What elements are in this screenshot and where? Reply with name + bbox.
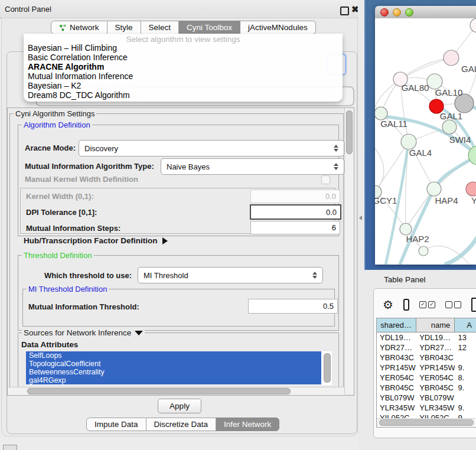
sources-toggle[interactable]: Sources for Network Inference — [22, 328, 145, 337]
apply-button[interactable]: Apply — [158, 399, 201, 413]
node-label-hap4: HAP4 — [435, 195, 458, 206]
table-horizontal-scrollbar-thumb[interactable] — [379, 419, 474, 426]
table-cell: YDL19… — [416, 332, 455, 343]
tab-network[interactable]: Network — [51, 21, 107, 34]
node-label-y: Y — [471, 195, 476, 206]
column-header[interactable]: A — [455, 318, 476, 332]
mi-type-combo[interactable]: Naive Bayes — [161, 158, 344, 175]
attribute-item-selected[interactable]: BetweennessCentrality — [26, 368, 321, 376]
table-row[interactable]: YLR345WYLR345W9. — [377, 403, 476, 413]
mi-steps-field[interactable]: 6 — [250, 221, 340, 234]
node-hap4[interactable] — [427, 182, 441, 196]
table-cell: YDL19… — [377, 332, 416, 343]
node-table[interactable]: shared…nameA YDL19…YDL19…13YDR27…YDR27…1… — [376, 318, 476, 428]
which-threshold-combo[interactable]: MI Threshold — [138, 267, 323, 283]
divider-collapse-icon[interactable] — [359, 216, 362, 220]
tab-discretize-data[interactable]: Discretize Data — [146, 418, 217, 431]
table-row[interactable]: YBR043CYBR043C — [377, 353, 476, 363]
table-row[interactable]: YDL19…YDL19…13 — [377, 332, 476, 343]
dropdown-item[interactable]: Mutual Information Inference — [27, 71, 340, 81]
table-row[interactable]: YER054CYER054C8. — [377, 373, 476, 383]
tab-infer-network[interactable]: Infer Network — [216, 418, 279, 431]
column-header[interactable]: name — [416, 318, 455, 332]
attribute-item-selected[interactable]: gal4RGexp — [26, 376, 321, 384]
node-gal-top[interactable] — [444, 50, 459, 66]
network-canvas[interactable]: GALGAL80GAL10GAL1GAL11SWI4GAL4GCY1HAP4YH… — [375, 18, 476, 265]
select-all-checks-icon[interactable]: ✓✓ — [419, 301, 435, 308]
attribute-item-selected[interactable]: SelfLoops — [26, 351, 321, 360]
table-cell: 8. — [455, 373, 476, 383]
network-window-titlebar[interactable] — [375, 6, 476, 19]
columns-icon[interactable] — [403, 299, 409, 311]
node-top-partial[interactable] — [470, 18, 476, 32]
dropdown-item[interactable]: Bayesian – Hill Climbing — [27, 43, 340, 53]
dropdown-item[interactable]: Bayesian – K2 — [27, 81, 340, 90]
mi-type-label: Mutual Information Algorithm Type: — [25, 162, 154, 171]
table-body: YDL19…YDL19…13YDR27…YDR27…12YBR043CYBR04… — [377, 332, 476, 423]
table-cell: YPR145W — [416, 363, 455, 373]
minimize-traffic-icon[interactable] — [393, 8, 401, 17]
node-bottom-partial[interactable] — [419, 246, 428, 256]
table-row[interactable]: YPR145WYPR145W9. — [377, 363, 476, 373]
settings-vertical-scrollbar-thumb[interactable] — [346, 110, 353, 154]
table-cell: YLR345W — [377, 403, 416, 413]
dropdown-prompt: Select algorithm to view settings — [24, 35, 343, 44]
table-cell: YER054C — [416, 373, 455, 383]
table-cell: YBR045C — [377, 383, 416, 393]
tab-label: Impute Data — [94, 420, 138, 429]
table-row[interactable]: YBL079WYBL079W — [377, 393, 476, 403]
tab-cyni-toolbox[interactable]: Cyni Toolbox — [179, 21, 240, 34]
tab-jactivemnodules[interactable]: jActiveMNodules — [240, 21, 316, 34]
tab-style[interactable]: Style — [107, 21, 141, 34]
mi-type-value: Naive Bayes — [167, 162, 210, 171]
mi-threshold-field[interactable]: 0.5 — [248, 299, 338, 314]
collapsed-arrow-icon — [162, 237, 168, 244]
aracne-mode-value: Discovery — [84, 144, 118, 153]
dpi-tolerance-field[interactable]: 0.0 — [250, 204, 341, 220]
close-traffic-icon[interactable] — [380, 8, 389, 17]
column-header[interactable]: shared… — [377, 318, 416, 332]
tab-label: Cyni Toolbox — [187, 23, 232, 32]
deselect-all-checks-icon[interactable] — [445, 301, 461, 308]
which-threshold-value: MI Threshold — [144, 271, 188, 280]
tab-label: Select — [149, 23, 171, 32]
network-tab-icon — [59, 24, 67, 31]
manual-kernel-checkbox[interactable] — [321, 175, 330, 184]
node-pink-right[interactable] — [466, 182, 476, 196]
data-attributes-list[interactable]: SelfLoopsTopologicalCoefficientBetweenne… — [26, 351, 332, 385]
gear-icon[interactable]: ⚙ — [383, 299, 393, 311]
aracne-mode-label: Aracne Mode: — [25, 144, 76, 152]
table-cell: YLR345W — [416, 403, 455, 413]
dropdown-item[interactable]: ARACNE Algorithm — [27, 62, 340, 71]
zoom-traffic-icon[interactable] — [405, 8, 413, 17]
table-toolbar: ⚙ ✓✓ — [376, 295, 476, 314]
panel-divider[interactable] — [358, 0, 364, 450]
dropdown-item[interactable]: Basic Correlation Inference — [27, 53, 340, 62]
document-icon[interactable] — [471, 298, 476, 312]
control-panel-titlebar: Control Panel ✖ — [0, 0, 358, 18]
table-row[interactable]: YDR27…YDR27…12 — [377, 343, 476, 353]
attribute-item-selected[interactable]: TopologicalCoefficient — [26, 360, 321, 368]
group-title: MI Threshold Definition — [27, 285, 109, 294]
kernel-width-field[interactable]: 0.0 — [250, 190, 340, 203]
node-hap2[interactable] — [400, 223, 412, 235]
dropdown-item[interactable]: Dream8 DC_TDC Algorithm — [27, 90, 340, 100]
attribute-list-scrollbar[interactable] — [324, 353, 331, 383]
table-cell: YER054C — [377, 373, 416, 383]
dock-button-fragment[interactable] — [3, 445, 17, 450]
manual-kernel-label: Manual Kernel Width Definition — [25, 175, 138, 184]
aracne-mode-combo[interactable]: Discovery — [79, 140, 344, 156]
dpi-tolerance-label: DPI Tolerance [0,1]: — [26, 208, 97, 217]
table-cell: YBL079W — [377, 393, 416, 403]
tab-impute-data[interactable]: Impute Data — [86, 418, 146, 431]
table-row[interactable]: YBR045CYBR045C9. — [377, 383, 476, 393]
tab-select[interactable]: Select — [141, 21, 180, 34]
table-cell: YBR043C — [377, 353, 416, 363]
hub-definition-toggle[interactable]: Hub/Transcription Factor Definition — [24, 236, 168, 245]
node-gal11[interactable] — [375, 107, 387, 120]
float-window-icon[interactable] — [340, 6, 349, 15]
sources-title: Sources for Network Inference — [24, 328, 131, 337]
settings-horizontal-scrollbar-thumb[interactable] — [27, 388, 291, 394]
table-header-row: shared…nameA — [377, 318, 476, 332]
node-below-gal1[interactable] — [442, 120, 457, 134]
